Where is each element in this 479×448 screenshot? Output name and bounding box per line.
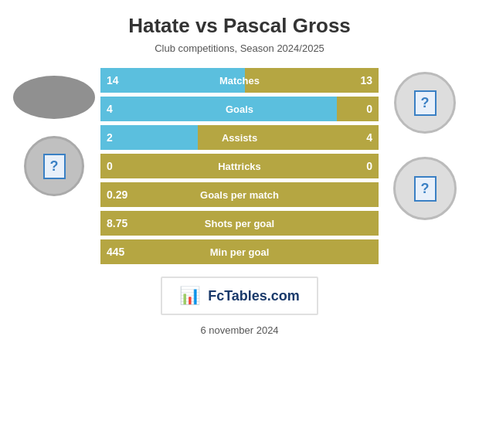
right-avatar-bottom: ? [393, 157, 457, 220]
stat-row-3: 0 Hattricks 0 [100, 154, 379, 178]
page-container: Hatate vs Pascal Gross Club competitions… [0, 0, 479, 448]
stat-row-2: 2 Assists 4 [100, 125, 379, 150]
left-avatar-oval [13, 76, 95, 119]
stat-row-1: 4 Goals 0 [100, 97, 379, 121]
bar-label-4: Goals per match [200, 189, 279, 201]
watermark: 📊 FcTables.com [161, 277, 318, 315]
stat-row-4: 0.29 Goals per match [100, 182, 379, 207]
bar-fill-left-1 [100, 97, 337, 121]
bar-left-val-5: 8.75 [107, 217, 127, 229]
right-avatar-top: ? [394, 72, 456, 134]
stat-row-5: 8.75 Shots per goal [100, 211, 379, 236]
right-avatar-bottom-icon: ? [414, 176, 437, 202]
stat-row-6: 445 Min per goal [100, 239, 379, 264]
watermark-icon: 📊 [179, 286, 200, 306]
bar-bg-5: 8.75 Shots per goal [100, 211, 379, 236]
bar-bg-2: 2 Assists 4 [100, 125, 379, 150]
main-content: ? 14 Matches 13 4 Goals 0 [8, 68, 471, 264]
bar-bg-6: 445 Min per goal [100, 239, 379, 264]
page-title: Hatate vs Pascal Gross [128, 14, 351, 38]
bar-left-val-6: 445 [107, 246, 124, 258]
bars-section: 14 Matches 13 4 Goals 0 2 Assists 4 [100, 68, 379, 264]
bar-right-val-2: 4 [366, 131, 372, 144]
bar-label-0: Matches [219, 75, 260, 87]
left-avatar-icon: ? [43, 154, 66, 179]
watermark-text: FcTables.com [208, 288, 300, 304]
bar-bg-3: 0 Hattricks 0 [100, 154, 379, 178]
left-avatar-circle: ? [24, 136, 84, 196]
date-label: 6 november 2024 [200, 324, 278, 336]
bar-left-val-4: 0.29 [107, 188, 127, 201]
bar-bg-4: 0.29 Goals per match [100, 182, 379, 207]
page-subtitle: Club competitions, Season 2024/2025 [155, 42, 324, 54]
bar-right-val-0: 13 [360, 74, 372, 87]
right-avatar-top-icon: ? [414, 90, 437, 116]
bar-label-1: Goals [226, 104, 253, 115]
bar-label-5: Shots per goal [205, 218, 274, 229]
left-avatars: ? [8, 68, 100, 196]
bar-label-6: Min per goal [210, 246, 270, 258]
bar-label-3: Hattricks [218, 161, 261, 172]
right-avatars: ? ? [379, 68, 471, 220]
bar-left-val-1: 4 [107, 103, 113, 115]
bar-left-val-3: 0 [107, 160, 113, 172]
bar-right-val-1: 0 [366, 103, 372, 115]
bar-bg-0: 14 Matches 13 [100, 68, 379, 93]
stat-row-0: 14 Matches 13 [100, 68, 379, 93]
bar-left-val-0: 14 [107, 74, 119, 87]
bar-bg-1: 4 Goals 0 [100, 97, 379, 121]
bar-right-val-3: 0 [366, 160, 372, 172]
bar-fill-left-2 [100, 125, 198, 150]
bar-label-2: Assists [222, 132, 257, 144]
bar-left-val-2: 2 [107, 131, 113, 144]
